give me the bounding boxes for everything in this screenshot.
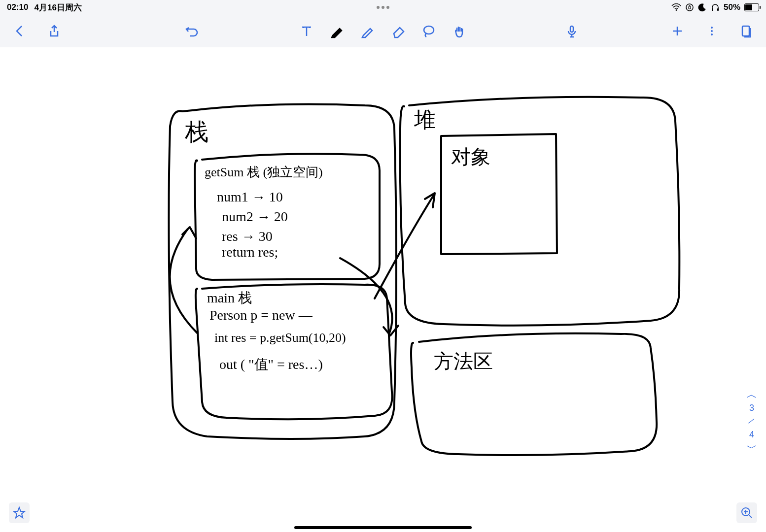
label-num1: num1 → 10 xyxy=(217,189,283,205)
battery-icon xyxy=(744,3,759,11)
status-date: 4月16日周六 xyxy=(34,2,81,13)
label-out: out ( "值" = res…) xyxy=(219,355,323,374)
multitask-dots-icon[interactable] xyxy=(377,6,389,9)
svg-rect-10 xyxy=(742,26,749,36)
undo-button[interactable] xyxy=(182,21,202,41)
label-num2: num2 → 20 xyxy=(222,209,288,225)
hand-tool-button[interactable] xyxy=(450,21,469,41)
microphone-button[interactable] xyxy=(562,21,582,41)
drawing-canvas[interactable]: 栈 getSum 栈 (独立空间) num1 → 10 num2 → 20 re… xyxy=(0,47,766,532)
page-navigator: ︿ 3 ∕ 4 ﹀ xyxy=(746,389,757,454)
svg-rect-4 xyxy=(717,8,719,11)
home-indicator[interactable] xyxy=(294,526,472,529)
page-down-button[interactable]: ﹀ xyxy=(746,443,757,454)
lasso-tool-button[interactable] xyxy=(419,21,439,41)
back-button[interactable] xyxy=(10,21,30,41)
battery-percent: 50% xyxy=(724,2,740,12)
ipad-status-bar: 02:10 4月16日周六 50% xyxy=(0,0,766,15)
page-separator: ∕ xyxy=(749,416,754,427)
svg-rect-6 xyxy=(570,26,573,32)
handwriting-strokes xyxy=(0,47,766,532)
share-button[interactable] xyxy=(44,21,64,41)
label-stack-title: 栈 xyxy=(185,116,209,148)
zoom-button[interactable] xyxy=(736,502,757,523)
svg-point-8 xyxy=(711,30,713,32)
svg-rect-2 xyxy=(689,6,691,9)
page-total: 4 xyxy=(749,430,754,440)
do-not-disturb-icon xyxy=(698,3,707,12)
pages-button[interactable] xyxy=(736,21,756,41)
wifi-icon xyxy=(671,3,681,11)
label-main-header: main 栈 xyxy=(207,289,252,307)
more-menu-button[interactable] xyxy=(702,21,722,41)
svg-point-9 xyxy=(711,33,713,35)
add-button[interactable] xyxy=(667,21,687,41)
page-current: 3 xyxy=(749,403,754,413)
label-heap-title: 堆 xyxy=(414,105,436,134)
label-person-new: Person p = new — xyxy=(209,307,313,323)
label-res: res → 30 xyxy=(222,229,273,244)
svg-rect-3 xyxy=(712,8,713,11)
label-method-area: 方法区 xyxy=(434,348,493,375)
label-object: 对象 xyxy=(451,143,490,170)
label-return: return res; xyxy=(222,244,278,260)
label-int-res: int res = p.getSum(10,20) xyxy=(214,331,346,345)
text-tool-button[interactable] xyxy=(297,21,316,41)
headphones-icon xyxy=(711,3,720,12)
page-up-button[interactable]: ︿ xyxy=(746,389,757,400)
status-right: 50% xyxy=(671,2,759,12)
svg-point-1 xyxy=(686,4,693,11)
pen-tool-button[interactable] xyxy=(327,21,347,41)
svg-point-5 xyxy=(424,26,434,34)
label-getsum-header: getSum 栈 (独立空间) xyxy=(205,164,323,181)
eraser-tool-button[interactable] xyxy=(388,21,408,41)
svg-point-7 xyxy=(711,27,713,29)
svg-point-0 xyxy=(676,9,677,11)
highlighter-tool-button[interactable] xyxy=(358,21,378,41)
rotation-lock-icon xyxy=(685,3,694,12)
status-time: 02:10 xyxy=(7,2,28,12)
app-toolbar xyxy=(0,15,766,48)
favorite-button[interactable] xyxy=(9,502,30,523)
